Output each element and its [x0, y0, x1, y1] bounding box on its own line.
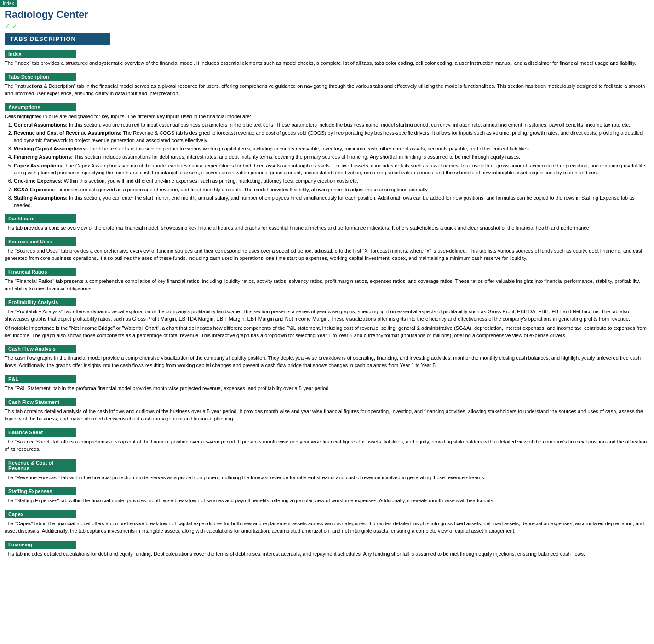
tab-section-index: IndexThe "Index" tab provides a structur… [5, 50, 649, 67]
tab-description-4: The "Sources and Uses" tab provides a co… [5, 247, 649, 262]
tab-section-cash-flow-statement: Cash Flow StatementThis tab contains det… [5, 398, 649, 423]
tab-header-13: Capex [5, 510, 76, 518]
assumptions-list: General Assumptions: In this section, yo… [14, 121, 649, 209]
tab-header-10: Balance Sheet [5, 428, 76, 437]
tab-section-cash-flow-analysis: Cash Flow AnalysisThe cash flow graphs i… [5, 345, 649, 369]
checkmarks: ✓ ✓ [5, 23, 649, 30]
assumption-item-4: Capex Assumptions: The Capex Assumptions… [14, 162, 649, 177]
tab-section-dashboard: DashboardThis tab provides a concise ove… [5, 214, 649, 232]
assumption-item-1: Revenue and Cost of Revenue Assumptions:… [14, 130, 649, 144]
assumption-item-2: Working Capital Assumptions: The blue te… [14, 145, 649, 152]
assumption-item-3: Financing Assumptions: This section incl… [14, 154, 649, 161]
tab-header-3: Dashboard [5, 214, 76, 223]
tab-section-tabs-description: Tabs DescriptionThe "Instructions & Desc… [5, 73, 649, 98]
tab-section-balance-sheet: Balance SheetThe "Balance Sheet" tab off… [5, 428, 649, 453]
main-section-title: TABS DESCRIPTION [5, 33, 110, 45]
tab-section-sources-and-uses: Sources and UsesThe "Sources and Uses" t… [5, 237, 649, 262]
tab-section-assumptions: AssumptionsCells highlighted in blue are… [5, 103, 649, 209]
tab-section-profitability-analysis: Profitability AnalysisThe "Profitability… [5, 298, 649, 339]
index-tab-label[interactable]: Index [0, 0, 17, 7]
tab-header-14: Financing [5, 540, 76, 549]
assumption-item-7: Staffing Assumptions: In this section, y… [14, 195, 649, 209]
tab-description-10: The "Balance Sheet" tab offers a compreh… [5, 438, 649, 453]
tab-section-financing: FinancingThis tab includes detailed calc… [5, 540, 649, 558]
tab-header-8: P&L [5, 375, 76, 383]
tab-description-8: The "P&L Statement" tab in the proforma … [5, 385, 649, 392]
tab-header-12: Staffing Expenses [5, 487, 76, 495]
tab-header-0: Index [5, 50, 76, 58]
tab-description-9: This tab contains detailed analysis of t… [5, 408, 649, 423]
tab-header-7: Cash Flow Analysis [5, 345, 76, 353]
assumptions-intro: Cells highlighted in blue are designated… [5, 113, 649, 121]
assumption-item-0: General Assumptions: In this section, yo… [14, 121, 649, 128]
tab-description-1: The "Instructions & Description" tab in … [5, 83, 649, 98]
top-bar-wrapper: Index [0, 0, 654, 7]
assumption-item-5: One-time Expenses: Within this section, … [14, 178, 649, 184]
tab-description-3: This tab provides a concise overview of … [5, 224, 649, 232]
assumption-item-6: SG&A Expenses: Expenses are categorized … [14, 186, 649, 193]
tab-header-6: Profitability Analysis [5, 298, 76, 306]
tab-section-staffing-expenses: Staffing ExpensesThe "Staffing Expenses"… [5, 487, 649, 505]
tab-description-12: The "Staffing Expenses" tab within the f… [5, 497, 649, 505]
tab-header-4: Sources and Uses [5, 237, 76, 246]
main-content: TABS DESCRIPTION IndexThe "Index" tab pr… [0, 33, 654, 573]
tab-header-11: Revenue & Cost of Revenue [5, 459, 76, 472]
tab-section-capex: CapexThe "Capex" tab in the financial mo… [5, 510, 649, 535]
tab-description-14: This tab includes detailed calculations … [5, 551, 649, 558]
tab-header-5: Financial Ratios [5, 268, 76, 276]
tab-section-revenue--cost-of-revenue: Revenue & Cost of RevenueThe "Revenue Fo… [5, 459, 649, 482]
tab-description-0: The "Index" tab provides a structured an… [5, 60, 649, 67]
tab-description-7: The cash flow graphs in the financial mo… [5, 355, 649, 369]
tab-header-1: Tabs Description [5, 73, 76, 81]
tab-description-11: The "Revenue Forecast" tab within the fi… [5, 474, 649, 482]
tab-header-9: Cash Flow Statement [5, 398, 76, 406]
tab-section-pl: P&LThe "P&L Statement" tab in the profor… [5, 375, 649, 392]
tab-header-2: Assumptions [5, 103, 76, 111]
tab-description-13: The "Capex" tab in the financial model o… [5, 520, 649, 535]
page-title: Radiology Center [5, 9, 649, 21]
tab-section-financial-ratios: Financial RatiosThe "Financial Ratios" t… [5, 268, 649, 293]
tab-description2-6: Of notable importance is the "Net Income… [5, 325, 649, 339]
tab-description-5: The "Financial Ratios" tab presents a co… [5, 278, 649, 293]
tab-description-6: The "Profitability Analysis" tab offers … [5, 308, 649, 323]
